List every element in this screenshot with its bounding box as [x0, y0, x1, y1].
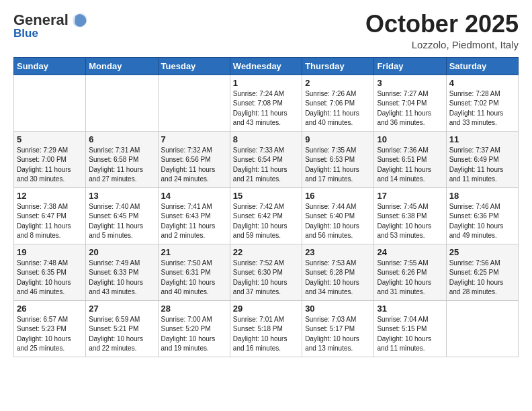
day-info: Sunrise: 7:50 AM Sunset: 6:31 PM Dayligh… — [161, 259, 227, 298]
calendar-cell: 6Sunrise: 7:31 AM Sunset: 6:58 PM Daylig… — [86, 131, 158, 187]
day-number: 27 — [89, 304, 154, 314]
day-number: 25 — [449, 247, 515, 257]
calendar-cell: 31Sunrise: 7:04 AM Sunset: 5:15 PM Dayli… — [374, 300, 446, 357]
calendar-cell — [86, 75, 158, 131]
calendar-week-1: 1Sunrise: 7:24 AM Sunset: 7:08 PM Daylig… — [14, 75, 519, 131]
calendar-cell — [158, 75, 230, 131]
calendar-cell: 28Sunrise: 7:00 AM Sunset: 5:20 PM Dayli… — [158, 300, 230, 357]
calendar-cell: 20Sunrise: 7:49 AM Sunset: 6:33 PM Dayli… — [86, 244, 158, 300]
day-number: 26 — [17, 304, 83, 314]
day-number: 13 — [89, 191, 154, 201]
calendar-cell: 22Sunrise: 7:52 AM Sunset: 6:30 PM Dayli… — [230, 244, 302, 300]
calendar-cell: 2Sunrise: 7:26 AM Sunset: 7:06 PM Daylig… — [302, 75, 374, 131]
day-info: Sunrise: 7:01 AM Sunset: 5:18 PM Dayligh… — [233, 315, 299, 354]
day-info: Sunrise: 7:48 AM Sunset: 6:35 PM Dayligh… — [17, 259, 83, 298]
day-number: 11 — [449, 134, 515, 144]
calendar-cell: 8Sunrise: 7:33 AM Sunset: 6:54 PM Daylig… — [230, 131, 302, 187]
day-info: Sunrise: 7:03 AM Sunset: 5:17 PM Dayligh… — [305, 315, 371, 354]
logo-general-text: General — [13, 12, 69, 28]
day-number: 29 — [233, 304, 299, 314]
day-number: 23 — [305, 247, 371, 257]
day-number: 28 — [161, 304, 227, 314]
calendar-week-5: 26Sunrise: 6:57 AM Sunset: 5:23 PM Dayli… — [14, 300, 519, 357]
calendar-week-3: 12Sunrise: 7:38 AM Sunset: 6:47 PM Dayli… — [14, 187, 519, 244]
day-number: 14 — [161, 191, 227, 201]
day-number: 6 — [89, 134, 154, 144]
day-info: Sunrise: 7:26 AM Sunset: 7:06 PM Dayligh… — [305, 89, 371, 128]
calendar-cell: 3Sunrise: 7:27 AM Sunset: 7:04 PM Daylig… — [374, 75, 446, 131]
col-tuesday: Tuesday — [158, 57, 230, 75]
day-number: 17 — [377, 191, 443, 201]
page: General Blue October 2025 Lozzolo, Piedm… — [0, 0, 532, 364]
day-number: 3 — [377, 78, 443, 88]
calendar-cell: 11Sunrise: 7:37 AM Sunset: 6:49 PM Dayli… — [446, 131, 518, 187]
month-title: October 2025 — [365, 11, 519, 38]
calendar-cell: 24Sunrise: 7:55 AM Sunset: 6:26 PM Dayli… — [374, 244, 446, 300]
day-number: 20 — [89, 247, 154, 257]
day-info: Sunrise: 7:38 AM Sunset: 6:47 PM Dayligh… — [17, 202, 83, 241]
day-info: Sunrise: 7:45 AM Sunset: 6:38 PM Dayligh… — [377, 202, 443, 241]
col-wednesday: Wednesday — [230, 57, 302, 75]
calendar-cell: 25Sunrise: 7:56 AM Sunset: 6:25 PM Dayli… — [446, 244, 518, 300]
calendar-cell: 1Sunrise: 7:24 AM Sunset: 7:08 PM Daylig… — [230, 75, 302, 131]
day-info: Sunrise: 6:57 AM Sunset: 5:23 PM Dayligh… — [17, 315, 83, 354]
col-saturday: Saturday — [446, 57, 518, 75]
day-info: Sunrise: 7:31 AM Sunset: 6:58 PM Dayligh… — [89, 146, 154, 185]
day-info: Sunrise: 7:04 AM Sunset: 5:15 PM Dayligh… — [377, 315, 443, 354]
calendar-week-4: 19Sunrise: 7:48 AM Sunset: 6:35 PM Dayli… — [14, 244, 519, 300]
calendar-cell: 16Sunrise: 7:44 AM Sunset: 6:40 PM Dayli… — [302, 187, 374, 244]
calendar-cell: 26Sunrise: 6:57 AM Sunset: 5:23 PM Dayli… — [14, 300, 86, 357]
day-number: 30 — [305, 304, 371, 314]
day-number: 19 — [17, 247, 83, 257]
calendar-cell — [446, 300, 518, 357]
day-number: 1 — [233, 78, 299, 88]
calendar-cell: 18Sunrise: 7:46 AM Sunset: 6:36 PM Dayli… — [446, 187, 518, 244]
day-number: 2 — [305, 78, 371, 88]
day-number: 15 — [233, 191, 299, 201]
calendar-week-2: 5Sunrise: 7:29 AM Sunset: 7:00 PM Daylig… — [14, 131, 519, 187]
day-info: Sunrise: 7:44 AM Sunset: 6:40 PM Dayligh… — [305, 202, 371, 241]
col-monday: Monday — [86, 57, 158, 75]
day-info: Sunrise: 7:53 AM Sunset: 6:28 PM Dayligh… — [305, 259, 371, 298]
day-number: 9 — [305, 134, 371, 144]
day-info: Sunrise: 7:36 AM Sunset: 6:51 PM Dayligh… — [377, 146, 443, 185]
calendar-cell: 21Sunrise: 7:50 AM Sunset: 6:31 PM Dayli… — [158, 244, 230, 300]
calendar-cell: 5Sunrise: 7:29 AM Sunset: 7:00 PM Daylig… — [14, 131, 86, 187]
day-number: 4 — [449, 78, 515, 88]
day-info: Sunrise: 7:49 AM Sunset: 6:33 PM Dayligh… — [89, 259, 154, 298]
calendar-cell: 9Sunrise: 7:35 AM Sunset: 6:53 PM Daylig… — [302, 131, 374, 187]
day-number: 31 — [377, 304, 443, 314]
day-number: 16 — [305, 191, 371, 201]
day-info: Sunrise: 7:55 AM Sunset: 6:26 PM Dayligh… — [377, 259, 443, 298]
day-info: Sunrise: 7:24 AM Sunset: 7:08 PM Dayligh… — [233, 89, 299, 128]
calendar-body: 1Sunrise: 7:24 AM Sunset: 7:08 PM Daylig… — [14, 75, 519, 357]
day-number: 12 — [17, 191, 83, 201]
calendar-cell: 19Sunrise: 7:48 AM Sunset: 6:35 PM Dayli… — [14, 244, 86, 300]
day-info: Sunrise: 7:42 AM Sunset: 6:42 PM Dayligh… — [233, 202, 299, 241]
calendar-cell: 29Sunrise: 7:01 AM Sunset: 5:18 PM Dayli… — [230, 300, 302, 357]
logo: General Blue — [13, 11, 89, 40]
day-info: Sunrise: 7:27 AM Sunset: 7:04 PM Dayligh… — [377, 89, 443, 128]
day-number: 5 — [17, 134, 83, 144]
day-info: Sunrise: 7:41 AM Sunset: 6:43 PM Dayligh… — [161, 202, 227, 241]
header: General Blue October 2025 Lozzolo, Piedm… — [13, 11, 519, 50]
day-info: Sunrise: 6:59 AM Sunset: 5:21 PM Dayligh… — [89, 315, 154, 354]
day-info: Sunrise: 7:37 AM Sunset: 6:49 PM Dayligh… — [449, 146, 515, 185]
calendar-cell: 15Sunrise: 7:42 AM Sunset: 6:42 PM Dayli… — [230, 187, 302, 244]
calendar-cell: 10Sunrise: 7:36 AM Sunset: 6:51 PM Dayli… — [374, 131, 446, 187]
calendar-cell: 4Sunrise: 7:28 AM Sunset: 7:02 PM Daylig… — [446, 75, 518, 131]
day-number: 22 — [233, 247, 299, 257]
day-number: 10 — [377, 134, 443, 144]
calendar-cell: 13Sunrise: 7:40 AM Sunset: 6:45 PM Dayli… — [86, 187, 158, 244]
calendar-cell: 14Sunrise: 7:41 AM Sunset: 6:43 PM Dayli… — [158, 187, 230, 244]
day-info: Sunrise: 7:33 AM Sunset: 6:54 PM Dayligh… — [233, 146, 299, 185]
day-info: Sunrise: 7:52 AM Sunset: 6:30 PM Dayligh… — [233, 259, 299, 298]
day-info: Sunrise: 7:32 AM Sunset: 6:56 PM Dayligh… — [161, 146, 227, 185]
day-number: 21 — [161, 247, 227, 257]
logo-icon — [70, 11, 89, 30]
col-thursday: Thursday — [302, 57, 374, 75]
day-info: Sunrise: 7:29 AM Sunset: 7:00 PM Dayligh… — [17, 146, 83, 185]
day-number: 8 — [233, 134, 299, 144]
day-info: Sunrise: 7:46 AM Sunset: 6:36 PM Dayligh… — [449, 202, 515, 241]
location: Lozzolo, Piedmont, Italy — [365, 39, 519, 50]
